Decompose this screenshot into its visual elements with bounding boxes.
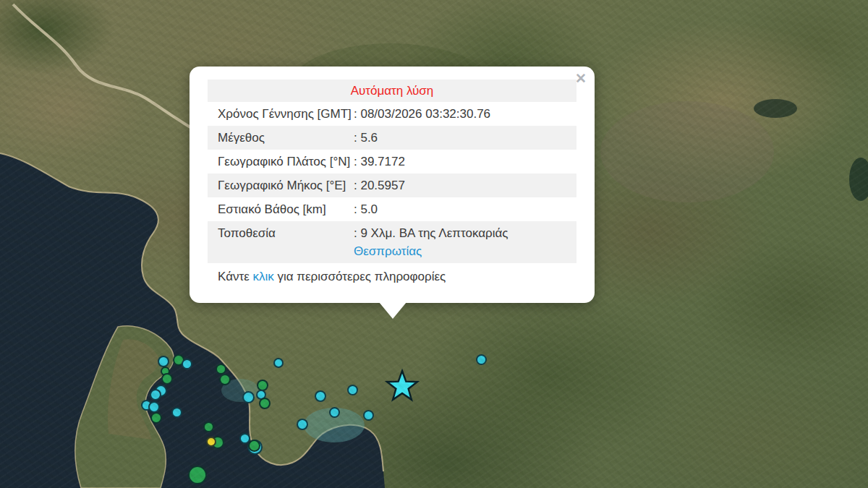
event-popup: ✕ Αυτόματη λύση Χρόνος Γέννησης [GMT]: 0… bbox=[190, 67, 595, 303]
field-label: Μέγεθος bbox=[208, 126, 354, 150]
earthquake-marker[interactable] bbox=[216, 364, 226, 374]
more-info-line: Κάντε κλικ για περισσότερες πληροφορίες bbox=[208, 267, 576, 286]
field-row: Εστιακό Βάθος [km]: 5.0 bbox=[208, 197, 576, 221]
earthquake-marker[interactable] bbox=[476, 354, 487, 365]
field-value: : 08/03/2026 03:32:30.76 bbox=[354, 102, 576, 126]
earthquake-marker[interactable] bbox=[182, 359, 192, 369]
field-value-text: : 5.6 bbox=[354, 131, 378, 145]
earthquake-marker[interactable] bbox=[248, 440, 260, 452]
field-label: Εστιακό Βάθος [km] bbox=[208, 197, 354, 221]
location-link[interactable]: Θεσπρωτίας bbox=[354, 244, 422, 258]
field-row: Μέγεθος: 5.6 bbox=[208, 126, 576, 150]
field-label: Γεωγραφικό Πλάτος [°N] bbox=[208, 150, 354, 174]
field-label: Γεωγραφικό Μήκος [°E] bbox=[208, 174, 354, 197]
info-table: Χρόνος Γέννησης [GMT]: 08/03/2026 03:32:… bbox=[208, 102, 576, 263]
earthquake-marker[interactable] bbox=[219, 374, 231, 385]
field-row: Γεωγραφικό Πλάτος [°N]: 39.7172 bbox=[208, 150, 576, 174]
star-shape bbox=[387, 371, 417, 400]
earthquake-marker[interactable] bbox=[347, 385, 358, 395]
earthquake-marker[interactable] bbox=[150, 389, 161, 401]
popup-close-button[interactable]: ✕ bbox=[574, 69, 588, 88]
field-value: : 5.6 bbox=[354, 126, 576, 150]
field-row: Τοποθεσία: 9 Χλμ. ΒΑ της Λεπτοκαριάς Θεσ… bbox=[208, 221, 576, 263]
earthquake-marker[interactable] bbox=[150, 412, 162, 424]
more-info-pre: Κάντε bbox=[218, 270, 252, 283]
field-value-text: : 9 Χλμ. ΒΑ της Λεπτοκαριάς bbox=[354, 226, 509, 240]
popup-header: Αυτόματη λύση bbox=[208, 80, 576, 102]
earthquake-marker[interactable] bbox=[297, 419, 308, 430]
more-info-post: για περισσότερες πληροφορίες bbox=[274, 270, 446, 283]
event-star[interactable] bbox=[383, 367, 422, 406]
earthquake-marker[interactable] bbox=[329, 407, 340, 418]
earthquake-marker[interactable] bbox=[363, 410, 374, 421]
earthquake-marker[interactable] bbox=[188, 466, 207, 484]
field-value-text: : 20.5957 bbox=[354, 179, 405, 192]
popup-tail bbox=[379, 302, 407, 319]
field-value-text: : 5.0 bbox=[354, 202, 378, 216]
earthquake-marker[interactable] bbox=[273, 358, 284, 368]
earthquake-marker[interactable] bbox=[242, 391, 255, 403]
earthquake-marker[interactable] bbox=[148, 401, 160, 413]
earthquake-marker[interactable] bbox=[161, 373, 173, 385]
earthquake-marker[interactable] bbox=[158, 356, 169, 367]
field-label: Τοποθεσία bbox=[208, 221, 354, 263]
field-label: Χρόνος Γέννησης [GMT] bbox=[208, 102, 354, 126]
field-value-text: : 08/03/2026 03:32:30.76 bbox=[354, 107, 490, 121]
popup-title: Αυτόματη λύση bbox=[351, 84, 434, 98]
field-value: : 5.0 bbox=[354, 197, 576, 221]
earthquake-marker[interactable] bbox=[259, 398, 271, 409]
more-info-link[interactable]: κλικ bbox=[252, 270, 273, 283]
field-value: : 39.7172 bbox=[354, 150, 576, 174]
field-value-text: : 39.7172 bbox=[354, 155, 405, 168]
earthquake-marker[interactable] bbox=[171, 407, 182, 418]
close-icon: ✕ bbox=[575, 71, 587, 86]
field-value: : 20.5957 bbox=[354, 174, 576, 197]
field-row: Γεωγραφικό Μήκος [°E]: 20.5957 bbox=[208, 174, 576, 197]
field-row: Χρόνος Γέννησης [GMT]: 08/03/2026 03:32:… bbox=[208, 102, 576, 126]
earthquake-marker[interactable] bbox=[203, 421, 214, 432]
earthquake-marker[interactable] bbox=[315, 390, 326, 402]
earthquake-marker[interactable] bbox=[206, 437, 216, 447]
field-value: : 9 Χλμ. ΒΑ της Λεπτοκαριάς Θεσπρωτίας bbox=[354, 221, 576, 263]
app-window: ✕ Αυτόματη λύση Χρόνος Γέννησης [GMT]: 0… bbox=[0, 0, 868, 488]
